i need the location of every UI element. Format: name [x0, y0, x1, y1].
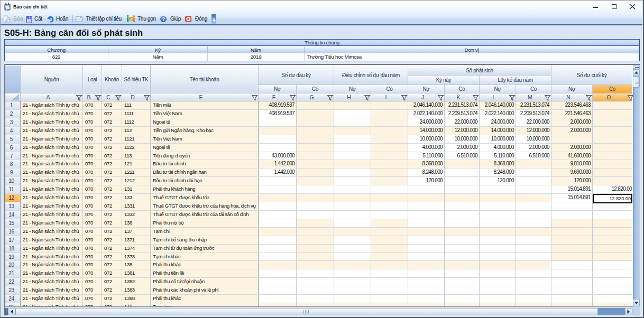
- svg-text:?: ?: [162, 16, 164, 22]
